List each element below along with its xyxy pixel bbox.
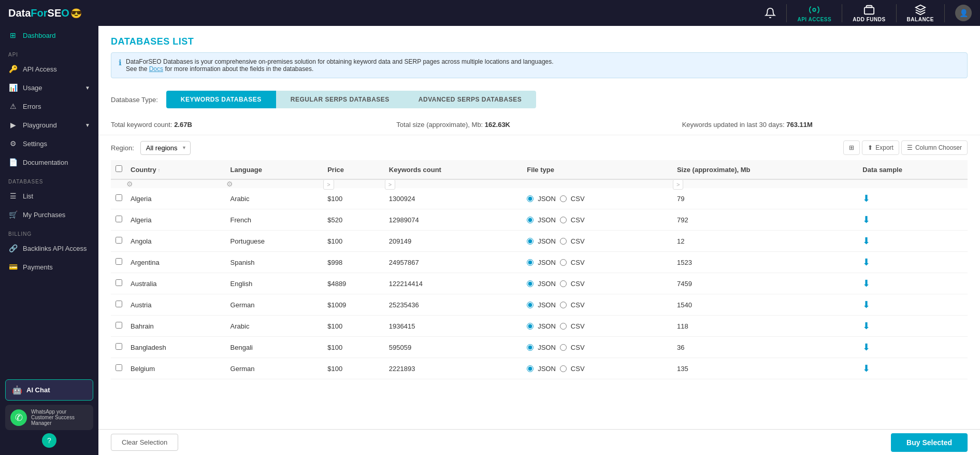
size-filter-chevron[interactable]: > — [673, 179, 683, 190]
sidebar-item-dashboard[interactable]: ⊞ Dashboard — [0, 26, 98, 45]
user-avatar[interactable]: 👤 — [955, 5, 972, 21]
cell-data-sample: ⬇ — [858, 209, 968, 231]
country-filter-gear[interactable]: ⚙ — [126, 180, 133, 188]
table-row: Algeria Arabic $100 1300924 JSON CSV 79 … — [111, 188, 968, 209]
stat-keyword-count: Total keyword count: 2.67B — [111, 121, 396, 129]
api-key-icon: 🔑 — [8, 64, 18, 74]
csv-radio-3[interactable] — [560, 259, 567, 266]
ai-chat-button[interactable]: 🤖 AI Chat — [5, 379, 93, 401]
sidebar: ⊞ Dashboard API 🔑 API Access 📊 Usage ▼ ⚠… — [0, 26, 98, 455]
cell-price: $4889 — [323, 273, 385, 294]
row-checkbox-6[interactable] — [116, 322, 122, 329]
tab-advanced-serps[interactable]: ADVANCED SERPS DATABASES — [404, 91, 536, 108]
json-radio-3[interactable] — [527, 259, 534, 266]
whatsapp-banner[interactable]: ✆ WhatsApp your Customer Success Manager — [5, 405, 93, 430]
info-banner: ℹ DataForSEO Databases is your comprehen… — [111, 52, 968, 78]
sidebar-item-usage[interactable]: 📊 Usage ▼ — [0, 78, 98, 97]
clear-selection-button[interactable]: Clear Selection — [111, 434, 178, 451]
cell-keywords-count: 209149 — [385, 231, 523, 252]
cell-size: 1523 — [673, 252, 858, 273]
notification-bell[interactable] — [765, 7, 776, 19]
balance-nav[interactable]: BALANCE — [907, 4, 934, 22]
download-button-3[interactable]: ⬇ — [862, 257, 870, 268]
sidebar-section-databases: DATABASES — [0, 172, 98, 187]
cell-data-sample: ⬇ — [858, 294, 968, 316]
sidebar-item-errors[interactable]: ⚠ Errors — [0, 97, 98, 116]
row-checkbox-4[interactable] — [116, 279, 122, 286]
row-checkbox-1[interactable] — [116, 216, 122, 222]
download-button-8[interactable]: ⬇ — [862, 363, 870, 374]
cell-country: Algeria — [126, 188, 226, 209]
csv-radio-5[interactable] — [560, 302, 567, 308]
cell-data-sample: ⬇ — [858, 316, 968, 337]
grid-view-button[interactable]: ⊞ — [843, 140, 860, 155]
language-filter-gear[interactable]: ⚙ — [226, 180, 233, 188]
price-filter-chevron[interactable]: > — [323, 179, 334, 190]
db-type-label: Database Type: — [111, 96, 158, 104]
row-checkbox-8[interactable] — [116, 364, 122, 371]
filters-row: Region: All regions ⊞ ⬆ Export ☰ Column … — [98, 135, 980, 160]
buy-selected-button[interactable]: Buy Selected — [891, 433, 968, 452]
sidebar-item-backlinks[interactable]: 🔗 Backlinks API Access — [0, 239, 98, 258]
json-radio-4[interactable] — [527, 280, 534, 287]
export-button[interactable]: ⬆ Export — [862, 140, 899, 155]
csv-radio-4[interactable] — [560, 280, 567, 287]
json-radio-8[interactable] — [527, 365, 534, 372]
json-radio-6[interactable] — [527, 323, 534, 330]
json-radio-7[interactable] — [527, 344, 534, 351]
row-checkbox-0[interactable] — [116, 194, 122, 201]
sidebar-item-api-access[interactable]: 🔑 API Access — [0, 60, 98, 78]
table-row: Angola Portuguese $100 209149 JSON CSV 1… — [111, 231, 968, 252]
region-select[interactable]: All regions — [140, 141, 191, 155]
settings-icon: ⚙ — [8, 139, 18, 148]
json-radio-0[interactable] — [527, 195, 534, 202]
csv-radio-1[interactable] — [560, 217, 567, 223]
top-navbar: DataForSEO😎 API ACCESS ADD FUNDS BALANCE… — [0, 0, 980, 26]
select-all-checkbox[interactable] — [116, 165, 122, 172]
row-checkbox-5[interactable] — [116, 301, 122, 307]
download-button-5[interactable]: ⬇ — [862, 299, 870, 310]
json-radio-5[interactable] — [527, 302, 534, 308]
sidebar-item-my-purchases[interactable]: 🛒 My Purchases — [0, 205, 98, 224]
db-type-row: Database Type: KEYWORDS DATABASES REGULA… — [98, 91, 980, 117]
csv-radio-6[interactable] — [560, 323, 567, 330]
col-country[interactable]: Country — [126, 160, 226, 179]
tab-keywords-databases[interactable]: KEYWORDS DATABASES — [166, 91, 276, 108]
download-button-4[interactable]: ⬇ — [862, 278, 870, 289]
cell-file-type: JSON CSV — [523, 316, 673, 337]
sidebar-item-documentation[interactable]: 📄 Documentation — [0, 153, 98, 172]
download-button-2[interactable]: ⬇ — [862, 235, 870, 247]
cell-size: 135 — [673, 358, 858, 379]
svg-point-0 — [813, 8, 816, 11]
json-radio-1[interactable] — [527, 217, 534, 223]
tab-regular-serps[interactable]: REGULAR SERPS DATABASES — [276, 91, 404, 108]
sidebar-item-playground[interactable]: ▶ Playground ▼ — [0, 116, 98, 134]
sidebar-item-payments[interactable]: 💳 Payments — [0, 258, 98, 276]
column-chooser-button[interactable]: ☰ Column Chooser — [901, 140, 968, 155]
keywords-filter-chevron[interactable]: > — [385, 179, 395, 190]
row-checkbox-3[interactable] — [116, 258, 122, 265]
download-button-7[interactable]: ⬇ — [862, 342, 870, 353]
sidebar-item-list[interactable]: ☰ List — [0, 187, 98, 205]
api-access-nav[interactable]: API ACCESS — [797, 4, 831, 22]
csv-radio-2[interactable] — [560, 238, 567, 245]
row-checkbox-7[interactable] — [116, 343, 122, 350]
row-checkbox-2[interactable] — [116, 237, 122, 244]
docs-link[interactable]: Docs — [149, 65, 163, 73]
table-row: Bangladesh Bengali $100 595059 JSON CSV … — [111, 337, 968, 358]
help-icon[interactable]: ? — [42, 433, 56, 448]
download-button-1[interactable]: ⬇ — [862, 214, 870, 225]
documentation-icon: 📄 — [8, 158, 18, 167]
csv-radio-8[interactable] — [560, 365, 567, 372]
cell-size: 118 — [673, 316, 858, 337]
cell-price: $100 — [323, 231, 385, 252]
stats-row: Total keyword count: 2.67B Total size (a… — [98, 117, 980, 135]
download-button-6[interactable]: ⬇ — [862, 320, 870, 332]
sidebar-item-settings[interactable]: ⚙ Settings — [0, 134, 98, 153]
csv-radio-7[interactable] — [560, 344, 567, 351]
add-funds-nav[interactable]: ADD FUNDS — [853, 4, 885, 22]
download-button-0[interactable]: ⬇ — [862, 193, 870, 204]
cell-file-type: JSON CSV — [523, 231, 673, 252]
json-radio-2[interactable] — [527, 238, 534, 245]
csv-radio-0[interactable] — [560, 195, 567, 202]
